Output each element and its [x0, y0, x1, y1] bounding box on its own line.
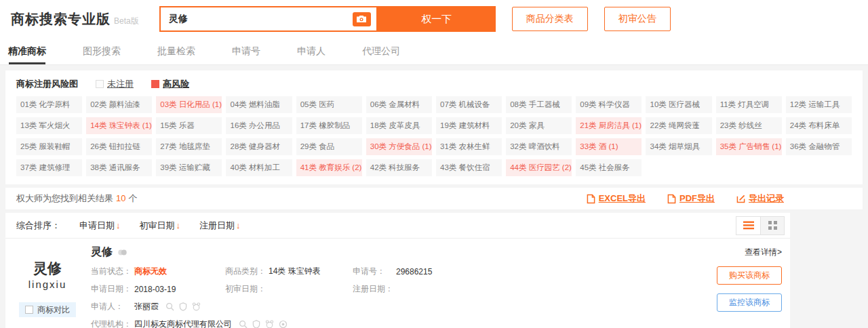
class-chip[interactable]: 02类 颜料油漆	[86, 96, 152, 113]
class-chip-high-risk[interactable]: 14类 珠宝钟表 (1)	[86, 117, 152, 134]
tab-agency[interactable]: 代理公司	[362, 38, 400, 64]
class-chip[interactable]: 12类 运输工具	[786, 96, 852, 113]
class-chip[interactable]: 24类 布料床单	[786, 117, 852, 134]
status-label: 当前状态：	[91, 266, 134, 277]
search-submit-button[interactable]: 权一下	[378, 6, 496, 32]
applicant-value[interactable]: 张丽霞	[134, 301, 159, 312]
monitor-trademark-button[interactable]: 监控该商标	[717, 293, 782, 312]
search-box[interactable]	[159, 6, 378, 32]
page-body: 商标注册风险图 未注册 高风险 01类 化学原料02类 颜料油漆03类 日化用品…	[0, 65, 868, 328]
tab-batch-search[interactable]: 批量检索	[157, 38, 195, 64]
class-chip[interactable]: 15类 乐器	[156, 117, 222, 134]
file-icon	[587, 194, 595, 204]
class-chip[interactable]: 23类 纱线丝	[716, 117, 782, 134]
export-actions: EXCEL导出 PDF导出 导出记录	[587, 192, 852, 205]
list-view-button[interactable]	[736, 217, 760, 234]
buy-trademark-button[interactable]: 购买该商标	[717, 266, 782, 285]
class-chip[interactable]: 29类 食品	[296, 138, 362, 155]
class-chip-high-risk[interactable]: 03类 日化用品 (1)	[156, 96, 222, 113]
class-chip[interactable]: 17类 橡胶制品	[296, 117, 362, 134]
sort-application-date[interactable]: 申请日期↓	[79, 220, 121, 232]
compare-checkbox[interactable]: 商标对比	[19, 302, 76, 317]
sort-down-arrow-icon: ↓	[236, 220, 241, 230]
list-view-icon	[743, 221, 754, 230]
class-chip[interactable]: 26类 钮扣拉链	[86, 138, 152, 155]
class-chip[interactable]: 32类 啤酒饮料	[506, 138, 572, 155]
class-chip-high-risk[interactable]: 41类 教育娱乐 (2)	[296, 159, 362, 176]
class-chip[interactable]: 25类 服装鞋帽	[16, 138, 82, 155]
sort-registration-date[interactable]: 注册日期↓	[199, 220, 241, 232]
class-chip[interactable]: 10类 医疗器械	[646, 96, 711, 113]
sort-preliminary-date-label: 初审日期	[140, 220, 175, 230]
class-chip[interactable]: 38类 通讯服务	[86, 159, 152, 176]
class-chip[interactable]: 34类 烟草烟具	[646, 138, 711, 155]
class-chip-high-risk[interactable]: 35类 广告销售 (1)	[716, 138, 782, 155]
class-chip[interactable]: 39类 运输贮藏	[156, 159, 222, 176]
shield-icon[interactable]	[252, 320, 260, 328]
bear-icon[interactable]	[192, 302, 201, 311]
class-chip[interactable]: 01类 化学原料	[16, 96, 82, 113]
agency-value[interactable]: 四川标友商标代理有限公司	[134, 319, 232, 328]
preliminary-announcement-button[interactable]: 初审公告	[604, 7, 671, 31]
result-details: 灵修 当前状态：商标无效 商品类别：14类 珠宝钟表 申请号：29686215 …	[81, 244, 683, 328]
class-chip[interactable]: 22类 绳网袋蓬	[646, 117, 711, 134]
export-history-link[interactable]: 导出记录	[736, 192, 784, 205]
class-chip[interactable]: 19类 建筑材料	[436, 117, 502, 134]
tab-application-number[interactable]: 申请号	[232, 38, 260, 64]
result-title[interactable]: 灵修	[91, 245, 113, 260]
tab-applicant[interactable]: 申请人	[297, 38, 326, 64]
class-chip[interactable]: 04类 燃料油脂	[226, 96, 292, 113]
class-chip-high-risk[interactable]: 21类 厨房洁具 (1)	[576, 117, 642, 134]
risk-map-panel: 商标注册风险图 未注册 高风险 01类 化学原料02类 颜料油漆03类 日化用品…	[5, 70, 863, 184]
class-chip[interactable]: 20类 家具	[506, 117, 572, 134]
shield-icon[interactable]	[179, 302, 187, 311]
class-chip[interactable]: 28类 健身器材	[226, 138, 292, 155]
class-chip[interactable]: 36类 金融物管	[786, 138, 852, 155]
sort-preliminary-date[interactable]: 初审日期↓	[140, 220, 181, 232]
pdf-export-label: PDF导出	[679, 192, 715, 205]
risk-map-title: 商标注册风险图	[16, 78, 78, 90]
pdf-export-link[interactable]: PDF导出	[667, 192, 715, 205]
class-chip[interactable]: 13类 军火烟火	[16, 117, 82, 134]
grid-view-button[interactable]	[760, 217, 784, 234]
class-chip[interactable]: 45类 社会服务	[576, 159, 642, 176]
class-chip[interactable]: 42类 科技服务	[366, 159, 432, 176]
search-icon[interactable]	[165, 302, 174, 311]
class-chip[interactable]: 09类 科学仪器	[576, 96, 642, 113]
risk-map-header: 商标注册风险图 未注册 高风险	[5, 70, 863, 96]
search-input[interactable]	[169, 14, 353, 24]
legend-high-risk: 高风险	[151, 78, 189, 90]
sort-down-arrow-icon: ↓	[176, 220, 181, 230]
class-chip[interactable]: 40类 材料加工	[226, 159, 292, 176]
camera-search-button[interactable]	[353, 12, 371, 26]
applicant-icons	[165, 302, 201, 311]
target-icon[interactable]	[279, 320, 288, 328]
bear-icon[interactable]	[265, 320, 274, 328]
results-suffix: 个	[128, 193, 137, 203]
search-icon[interactable]	[239, 320, 248, 328]
class-chip[interactable]: 18类 皮革皮具	[366, 117, 432, 134]
class-chip[interactable]: 08类 手工器械	[506, 96, 572, 113]
excel-export-link[interactable]: EXCEL导出	[587, 192, 646, 205]
agency-icons	[239, 320, 288, 328]
class-chip[interactable]: 27类 地毯席垫	[156, 138, 222, 155]
legend-high-risk-label[interactable]: 高风险	[163, 78, 189, 90]
tab-image-search[interactable]: 图形搜索	[83, 38, 121, 64]
class-chip[interactable]: 07类 机械设备	[436, 96, 502, 113]
class-chip[interactable]: 05类 医药	[296, 96, 362, 113]
class-chip[interactable]: 31类 农林生鲜	[436, 138, 502, 155]
class-chip[interactable]: 11类 灯具空调	[716, 96, 782, 113]
sort-registration-date-label: 注册日期	[199, 220, 235, 230]
legend-unregistered-label[interactable]: 未注册	[107, 78, 134, 90]
class-chip[interactable]: 43类 餐饮住宿	[436, 159, 502, 176]
view-detail-link[interactable]: 查看详情>	[745, 247, 782, 258]
class-chip-high-risk[interactable]: 44类 医疗园艺 (2)	[506, 159, 572, 176]
class-chip[interactable]: 16类 办公用品	[226, 117, 292, 134]
tab-exact-trademark[interactable]: 精准商标	[8, 38, 46, 64]
class-chip-high-risk[interactable]: 33类 酒 (1)	[576, 138, 642, 155]
checkbox-icon[interactable]	[25, 306, 33, 314]
class-chip[interactable]: 37类 建筑修理	[16, 159, 82, 176]
class-chip-high-risk[interactable]: 30类 方便食品 (1)	[366, 138, 432, 155]
goods-classification-button[interactable]: 商品分类表	[512, 7, 588, 31]
class-chip[interactable]: 06类 金属材料	[366, 96, 432, 113]
